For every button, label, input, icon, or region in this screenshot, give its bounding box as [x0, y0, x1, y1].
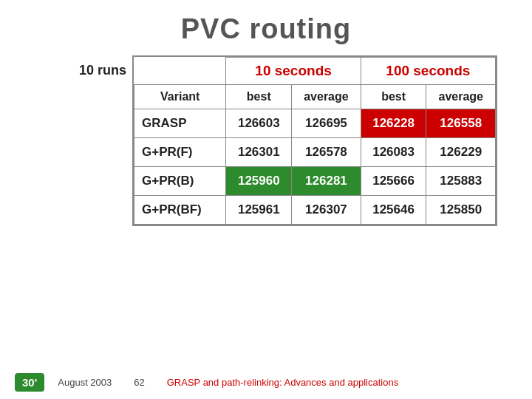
footer-badge: 30' — [15, 373, 44, 392]
cell-variant: G+PR(B) — [134, 167, 226, 196]
cell-variant: G+PR(BF) — [134, 196, 226, 225]
cell-value: 125961 — [226, 196, 292, 225]
header-10sec: 10 seconds — [226, 58, 361, 85]
page-title: PVC routing — [0, 0, 532, 55]
footer-date: August 2003 — [58, 377, 112, 388]
cell-value: 126281 — [292, 167, 361, 196]
cell-value: 126695 — [292, 109, 361, 138]
cell-value: 126301 — [226, 138, 292, 167]
cell-value: 126603 — [226, 109, 292, 138]
table-row: G+PR(BF)125961126307125646125850 — [134, 196, 496, 225]
cell-variant: G+PR(F) — [134, 138, 226, 167]
cell-value: 125883 — [426, 167, 496, 196]
table-row: G+PR(B)125960126281125666125883 — [134, 167, 496, 196]
col-avg100-header: average — [426, 85, 496, 109]
footer-page: 62 — [134, 377, 144, 388]
cell-value: 126229 — [426, 138, 496, 167]
cell-value: 125960 — [226, 167, 292, 196]
header-100sec: 100 seconds — [361, 58, 495, 85]
cell-value: 126578 — [292, 138, 361, 167]
cell-value: 126083 — [361, 138, 426, 167]
cell-value: 125850 — [426, 196, 496, 225]
cell-value: 125666 — [361, 167, 426, 196]
col-avg10-header: average — [292, 85, 361, 109]
cell-value: 126558 — [426, 109, 496, 138]
table-row: GRASP126603126695126228126558 — [134, 109, 496, 138]
footer-caption: GRASP and path-relinking: Advances and a… — [167, 377, 398, 388]
col-best10-header: best — [226, 85, 292, 109]
table-row: G+PR(F)126301126578126083126229 — [134, 138, 496, 167]
cell-value: 126307 — [292, 196, 361, 225]
runs-label: 10 runs — [79, 55, 132, 78]
cell-variant: GRASP — [134, 109, 226, 138]
cell-value: 126228 — [361, 109, 426, 138]
cell-value: 125646 — [361, 196, 426, 225]
col-variant-header: Variant — [134, 85, 226, 109]
col-best100-header: best — [361, 85, 426, 109]
